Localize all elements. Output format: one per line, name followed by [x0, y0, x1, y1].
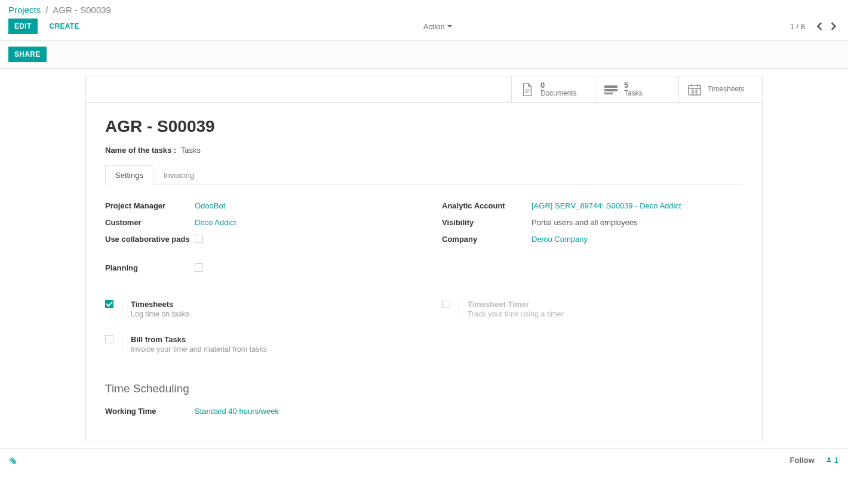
attachment-icon[interactable] — [10, 455, 19, 465]
visibility-value: Portal users and all employees — [531, 218, 638, 227]
svg-rect-6 — [689, 85, 700, 95]
control-panel: EDIT CREATE Action 1 / 8 — [0, 19, 848, 41]
svg-rect-4 — [604, 89, 617, 91]
stat-tasks-label: Tasks — [624, 90, 643, 97]
stat-tasks-count: 5 — [624, 81, 643, 90]
project-manager-label: Project Manager — [105, 201, 195, 210]
collaborative-pads-label: Use collaborative pads — [105, 235, 195, 244]
timer-title: Timesheet Timer — [468, 300, 564, 309]
project-manager-value[interactable]: OdooBot — [195, 201, 225, 210]
chatter-bar: Follow 1 — [0, 448, 848, 471]
page-title: AGR - S00039 — [105, 117, 743, 136]
pager-text: 1 / 8 — [790, 22, 805, 31]
breadcrumb-current: AGR - S00039 — [53, 5, 111, 15]
stat-button-tasks[interactable]: 5 Tasks — [595, 76, 678, 102]
stat-button-documents[interactable]: 0 Documents — [511, 76, 595, 102]
planning-label: Planning — [105, 263, 195, 272]
breadcrumb: Projects / AGR - S00039 — [0, 0, 848, 19]
stat-button-timesheets[interactable]: Timesheets — [678, 76, 762, 102]
timesheets-title: Timesheets — [131, 300, 189, 309]
tasks-name-value: Tasks — [181, 146, 201, 155]
tabs: Settings Invoicing — [105, 165, 743, 185]
analytic-account-label: Analytic Account — [442, 201, 531, 210]
feature-bill-from-tasks: Bill from Tasks Invoice your time and ma… — [105, 335, 406, 354]
action-label: Action — [423, 22, 445, 31]
bill-desc: Invoice your time and material from task… — [131, 345, 267, 354]
visibility-label: Visibility — [442, 218, 531, 227]
bill-checkbox[interactable] — [105, 335, 113, 343]
edit-button[interactable]: EDIT — [8, 19, 38, 34]
form-sheet: 0 Documents 5 Tasks Timesheets — [85, 76, 763, 441]
time-scheduling-heading: Time Scheduling — [105, 382, 743, 395]
svg-rect-5 — [604, 93, 613, 94]
calendar-icon — [687, 82, 702, 97]
tasks-icon — [604, 82, 618, 97]
stat-timesheets-label: Timesheets — [708, 85, 745, 93]
breadcrumb-root[interactable]: Projects — [8, 5, 41, 15]
pager-prev-button[interactable] — [813, 21, 827, 32]
timesheets-checkbox[interactable] — [105, 300, 113, 308]
breadcrumb-sep: / — [45, 5, 48, 15]
bill-title: Bill from Tasks — [131, 335, 267, 344]
followers-count: 1 — [834, 456, 838, 465]
share-bar: SHARE — [0, 41, 848, 69]
company-value[interactable]: Demo Company — [531, 235, 588, 244]
tab-settings[interactable]: Settings — [105, 165, 153, 185]
analytic-account-value[interactable]: [AGR] SERV_89744: S00039 - Deco Addict — [531, 201, 681, 210]
svg-rect-3 — [604, 85, 617, 88]
tab-invoicing[interactable]: Invoicing — [153, 165, 204, 185]
planning-checkbox[interactable] — [195, 263, 203, 272]
action-dropdown[interactable]: Action — [423, 22, 452, 31]
follow-button[interactable]: Follow — [790, 456, 815, 465]
pager-next-button[interactable] — [827, 21, 840, 32]
feature-timesheets: Timesheets Log time on tasks — [105, 300, 406, 318]
stat-button-box: 0 Documents 5 Tasks Timesheets — [86, 76, 762, 103]
create-button[interactable]: CREATE — [44, 19, 85, 34]
working-time-label: Working Time — [105, 407, 195, 416]
timer-checkbox[interactable] — [442, 300, 450, 308]
feature-timer: Timesheet Timer Track your time using a … — [442, 300, 743, 318]
customer-value[interactable]: Deco Addict — [195, 218, 236, 227]
collaborative-pads-checkbox[interactable] — [195, 235, 203, 243]
followers-button[interactable]: 1 — [825, 456, 838, 465]
tasks-name-label: Name of the tasks : — [105, 146, 176, 155]
file-icon — [520, 82, 534, 97]
share-button[interactable]: SHARE — [8, 47, 47, 62]
stat-documents-label: Documents — [540, 90, 577, 97]
working-time-value[interactable]: Standard 40 hours/week — [195, 407, 279, 416]
timer-desc: Track your time using a timer — [468, 310, 564, 318]
stat-documents-count: 0 — [540, 81, 577, 90]
company-label: Company — [442, 235, 531, 244]
timesheets-desc: Log time on tasks — [131, 310, 189, 318]
caret-down-icon — [447, 25, 452, 27]
customer-label: Customer — [105, 218, 195, 227]
